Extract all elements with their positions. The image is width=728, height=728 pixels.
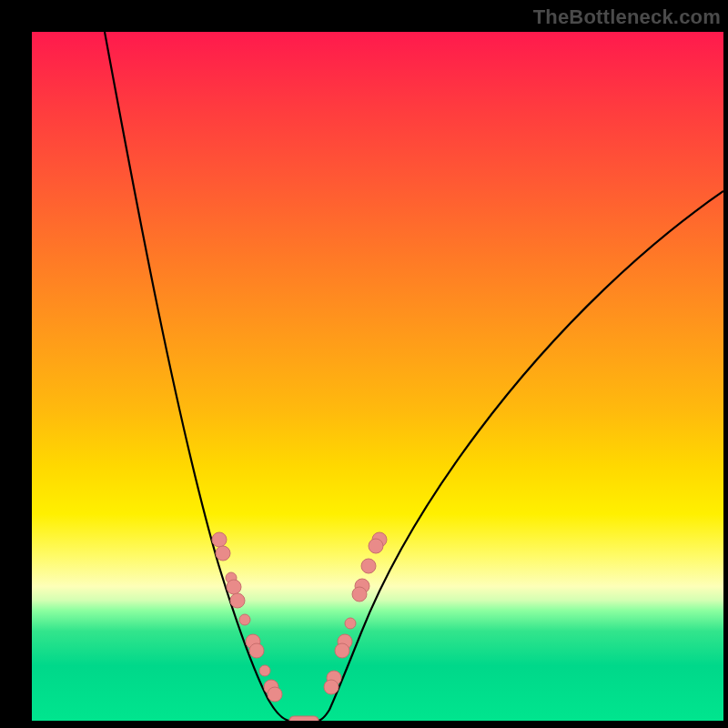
vertex-bar <box>289 716 318 721</box>
watermark-text: TheBottleneck.com <box>533 5 721 29</box>
marker-dot <box>212 532 227 547</box>
markers-left <box>212 532 282 702</box>
marker-dot <box>249 643 264 658</box>
marker-dot <box>335 643 349 658</box>
marker-dot <box>361 559 376 573</box>
marker-dot <box>369 539 383 553</box>
marker-dot <box>227 580 241 594</box>
marker-dot <box>324 680 339 694</box>
marker-dot <box>230 593 245 608</box>
marker-dot <box>216 546 230 561</box>
chart-frame: TheBottleneck.com <box>0 0 728 728</box>
marker-dot <box>345 618 356 629</box>
marker-dot <box>268 687 282 702</box>
marker-dot <box>352 587 367 602</box>
plot-area <box>32 32 723 721</box>
curve-group <box>105 32 723 721</box>
marker-dot <box>259 665 270 676</box>
left-curve <box>105 32 289 721</box>
right-curve <box>318 191 723 721</box>
marker-dot <box>239 614 250 625</box>
chart-svg <box>32 32 723 721</box>
markers-right <box>324 532 387 694</box>
